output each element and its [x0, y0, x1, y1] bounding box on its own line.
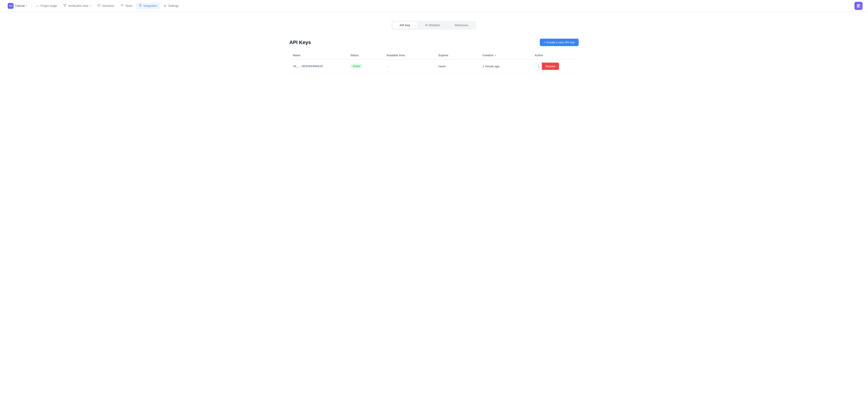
api-keys-table: Name Status Available from Expires Creat…	[289, 52, 579, 73]
brand-name: Tutorial	[15, 4, 25, 7]
nav-item-sessions[interactable]: Sessions	[95, 2, 117, 9]
tabs-bar: API Key IP Whitelist Webhooks	[392, 21, 477, 30]
svg-line-5	[65, 5, 66, 6]
col-header-creation[interactable]: Creation ▼	[483, 54, 531, 57]
nav-item-team[interactable]: Team	[118, 2, 135, 9]
flow-icon	[63, 4, 66, 8]
col-header-available-from: Available from	[386, 54, 435, 57]
brand-chevron-icon: ▾	[26, 4, 27, 7]
tabs-container: API Key IP Whitelist Webhooks	[289, 21, 579, 30]
col-header-action: Action	[535, 54, 575, 57]
tab-webhooks[interactable]: Webhooks	[447, 22, 475, 29]
nav-item-project-page[interactable]: ▭ Project page	[33, 3, 60, 9]
section-title: API Keys	[289, 39, 311, 45]
nav-item-settings[interactable]: ⚙ Settings	[161, 3, 182, 9]
tab-api-key[interactable]: API Key	[393, 22, 417, 29]
flow-chevron-icon: ▾	[90, 4, 91, 7]
team-icon	[121, 4, 124, 8]
svg-point-1	[65, 4, 66, 5]
cell-action: ⋮ Revoke	[535, 63, 575, 70]
revoke-button[interactable]: Revoke	[542, 63, 559, 70]
cell-expires: never	[438, 65, 479, 68]
svg-rect-14	[857, 7, 860, 7]
table-header: Name Status Available from Expires Creat…	[289, 52, 579, 59]
svg-rect-6	[98, 4, 100, 6]
svg-point-2	[64, 6, 65, 7]
action-menu-button[interactable]: ⋮	[535, 63, 542, 70]
sessions-icon	[97, 4, 101, 8]
sort-icon: ▼	[494, 54, 497, 57]
col-header-expires: Expires	[438, 54, 479, 57]
svg-rect-8	[98, 5, 99, 6]
col-header-name: Name	[293, 54, 347, 57]
svg-rect-13	[857, 6, 859, 6]
cell-creation: 1 minute ago	[483, 65, 531, 68]
svg-point-9	[121, 4, 122, 5]
main-content: API Key IP Whitelist Webhooks API Keys +…	[276, 12, 592, 82]
nav-item-verification-flow[interactable]: Verification flow ▾	[61, 2, 94, 9]
section-header: API Keys + Create a new API key	[289, 39, 579, 46]
table-row: sk_….d62b9d48bb15 Active – never 1 minut…	[289, 59, 579, 73]
tab-ip-whitelist[interactable]: IP Whitelist	[418, 22, 447, 29]
navbar: TU Tutorial ▾ ▭ Project page Verificatio…	[0, 0, 868, 12]
nav-item-integration[interactable]: Integration	[136, 2, 160, 9]
user-avatar-inner	[855, 2, 863, 10]
create-api-key-button[interactable]: + Create a new API key	[540, 39, 579, 46]
col-header-status: Status	[350, 54, 383, 57]
settings-icon: ⚙	[164, 4, 166, 8]
svg-point-0	[64, 4, 64, 5]
svg-point-10	[122, 4, 123, 5]
status-badge: Active	[350, 64, 362, 68]
svg-rect-12	[857, 4, 860, 5]
cell-status: Active	[350, 64, 383, 68]
brand-menu[interactable]: TU Tutorial ▾	[5, 2, 29, 10]
monitor-icon: ▭	[36, 4, 39, 8]
svg-line-4	[64, 5, 65, 6]
brand-avatar: TU	[8, 3, 13, 9]
cell-available-from: –	[386, 65, 435, 68]
cell-key-name: sk_….d62b9d48bb15	[293, 65, 347, 68]
link-icon	[139, 4, 142, 8]
user-avatar[interactable]	[855, 2, 863, 10]
